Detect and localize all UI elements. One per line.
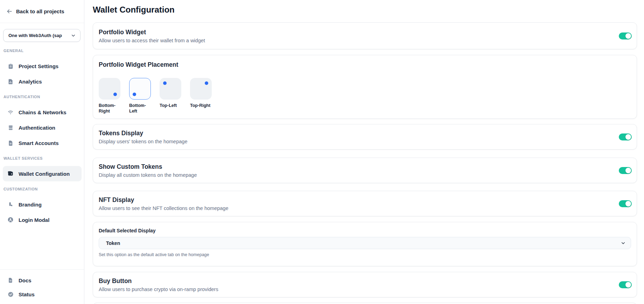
back-to-projects-link[interactable]: Back to all projects (0, 0, 84, 23)
tokens-display-toggle[interactable] (619, 133, 632, 140)
placement-options: Bottom-Right Bottom-Left Top-Left Top-Ri… (99, 78, 631, 114)
show-custom-tokens-toggle[interactable] (619, 167, 632, 174)
sidebar-item-wallet-configuration[interactable]: Wallet Configuration (3, 166, 82, 181)
sidebar-item-smart-accounts[interactable]: Smart Accounts (3, 135, 82, 151)
clipboard-icon (7, 63, 14, 70)
show-custom-tokens-description: Display all custom tokens on the homepag… (99, 172, 197, 178)
analytics-doc-icon (7, 78, 14, 85)
placement-title: Portfolio Widget Placement (99, 61, 631, 68)
default-display-helper: Set this option as the default active ta… (99, 252, 631, 257)
sidebar: Back to all projects One with Web3Auth (… (0, 0, 84, 304)
sidebar-item-chains-networks[interactable]: Chains & Networks (3, 104, 82, 120)
default-selected-display-card: Default Selected Display Token Set this … (93, 222, 637, 266)
placement-dot-icon (163, 81, 167, 85)
tokens-display-title: Tokens Display (99, 130, 187, 137)
placement-option-bottom-left[interactable]: Bottom-Left (129, 78, 152, 114)
show-custom-tokens-title: Show Custom Tokens (99, 163, 197, 171)
page-title: Wallet Configuration (93, 5, 175, 15)
placement-dot-icon (133, 93, 136, 96)
section-label-customization: CUSTOMIZATION (0, 187, 41, 191)
sidebar-item-analytics[interactable]: Analytics (3, 74, 82, 89)
tokens-display-description: Display users' tokens on the homepage (99, 139, 187, 144)
paint-brush-icon (7, 201, 14, 208)
nft-display-title: NFT Display (99, 196, 228, 204)
placement-tile (99, 78, 120, 100)
sidebar-item-branding[interactable]: Branding (3, 197, 82, 212)
placement-option-top-left[interactable]: Top-Left (160, 78, 182, 114)
project-selector[interactable]: One with Web3Auth (sap (3, 29, 80, 42)
nft-display-toggle[interactable] (619, 200, 632, 207)
placement-tile-selected (129, 78, 151, 100)
buy-button-title: Buy Button (99, 277, 218, 285)
sidebar-nav: GENERAL Project Settings Analytics AUTHE… (0, 43, 84, 227)
tokens-display-card: Tokens Display Display users' tokens on … (93, 124, 637, 150)
main-content: Wallet Configuration Portfolio Widget Al… (84, 0, 644, 304)
status-check-icon (7, 291, 14, 298)
default-display-label: Default Selected Display (99, 228, 631, 233)
project-selector-value: One with Web3Auth (sap (8, 33, 62, 38)
file-icon (7, 139, 14, 146)
buy-button-toggle[interactable] (619, 281, 632, 288)
docs-icon (7, 277, 14, 284)
default-display-value: Token (106, 240, 120, 246)
sidebar-item-authentication[interactable]: Authentication (3, 120, 82, 135)
nft-display-description: Allow users to see their NFT collections… (99, 205, 228, 211)
sidebar-item-project-settings[interactable]: Project Settings (3, 58, 82, 74)
buy-button-card: Buy Button Allow users to purchase crypt… (93, 272, 637, 297)
placement-option-top-right[interactable]: Top-Right (190, 78, 212, 114)
sidebar-item-docs[interactable]: Docs (3, 273, 82, 287)
section-label-wallet-services: WALLET SERVICES (0, 156, 46, 160)
arrow-left-icon (6, 8, 13, 15)
wallet-icon (7, 170, 14, 177)
partial-card (93, 303, 637, 304)
portfolio-widget-toggle[interactable] (619, 32, 632, 39)
portfolio-widget-title: Portfolio Widget (99, 29, 205, 36)
chevron-down-icon (71, 33, 76, 38)
portfolio-widget-placement-card: Portfolio Widget Placement Bottom-Right … (93, 55, 637, 119)
wifi-icon (7, 109, 14, 116)
sidebar-item-login-modal[interactable]: Login Modal (3, 212, 82, 227)
database-stack-icon (7, 124, 14, 131)
sidebar-item-status[interactable]: Status (3, 287, 82, 301)
portfolio-widget-description: Allow users to access their wallet from … (99, 38, 205, 43)
default-display-select[interactable]: Token (99, 237, 631, 249)
portfolio-widget-card: Portfolio Widget Allow users to access t… (93, 22, 637, 49)
back-label: Back to all projects (16, 8, 64, 14)
placement-option-bottom-right[interactable]: Bottom-Right (99, 78, 121, 114)
nft-display-card: NFT Display Allow users to see their NFT… (93, 191, 637, 216)
placement-tile (160, 78, 181, 100)
placement-dot-icon (205, 81, 208, 85)
user-circle-icon (7, 216, 14, 223)
section-label-authentication: AUTHENTICATION (0, 95, 44, 99)
chevron-down-icon (621, 240, 626, 246)
section-label-general: GENERAL (0, 49, 27, 53)
buy-button-description: Allow users to purchase crypto via on-ra… (99, 287, 218, 292)
sidebar-footer: Docs Status (0, 269, 84, 304)
placement-tile (190, 78, 212, 100)
placement-dot-icon (113, 93, 117, 96)
show-custom-tokens-card: Show Custom Tokens Display all custom to… (93, 158, 637, 183)
